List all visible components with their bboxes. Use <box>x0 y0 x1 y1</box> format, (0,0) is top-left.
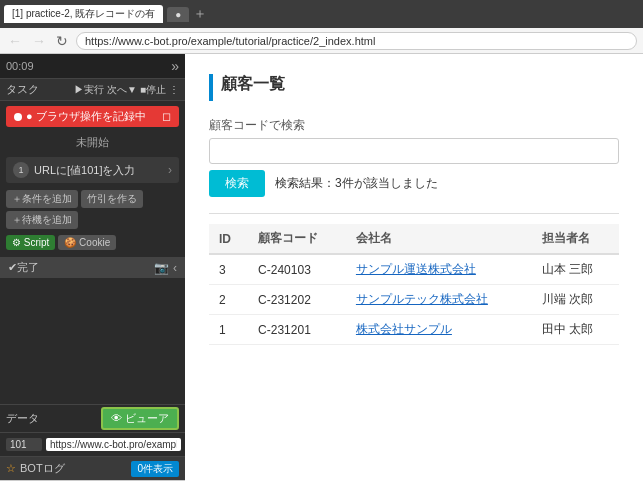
record-icon: ◻ <box>162 110 171 123</box>
bot-log-bar: ☆ BOTログ 0件表示 <box>0 456 185 480</box>
data-label: データ <box>6 411 39 426</box>
bot-icon: ☆ <box>6 462 16 475</box>
cell-id: 1 <box>209 315 248 345</box>
table-row: 2 C-231202 サンプルテック株式会社 川端 次郎 <box>209 285 619 315</box>
company-link[interactable]: 株式会社サンプル <box>356 322 452 336</box>
task-controls: ▶実行 次へ▼ ■停止 ⋮ <box>74 83 179 97</box>
collapse-button[interactable]: » <box>171 58 179 74</box>
table-row: 1 C-231201 株式会社サンプル 田中 太郎 <box>209 315 619 345</box>
next-button[interactable]: 次へ▼ <box>107 83 137 97</box>
table-row: 3 C-240103 サンプル運送株式会社 山本 三郎 <box>209 254 619 285</box>
timer-display: 00:09 <box>6 60 34 72</box>
search-input[interactable] <box>209 138 619 164</box>
customer-table: ID 顧客コード 会社名 担当者名 3 C-240103 サンプル運送株式会社 … <box>209 224 619 345</box>
col-id: ID <box>209 224 248 254</box>
col-company: 会社名 <box>346 224 532 254</box>
task-bar: タスク ▶実行 次へ▼ ■停止 ⋮ <box>0 79 185 101</box>
record-button[interactable]: ● ブラウザ操作を記録中 ◻ <box>6 106 179 127</box>
script-button[interactable]: ⚙ Script <box>6 235 55 250</box>
col-person: 担当者名 <box>532 224 619 254</box>
run-button[interactable]: ▶実行 <box>74 83 104 97</box>
cell-person: 川端 次郎 <box>532 285 619 315</box>
step-item[interactable]: 1 URLに[値101]を入力 › <box>6 157 179 183</box>
refresh-button[interactable]: ↻ <box>54 33 70 49</box>
cell-code: C-231201 <box>248 315 346 345</box>
browser-bar: ← → ↻ <box>0 28 643 54</box>
add-condition-button[interactable]: ＋条件を追加 <box>6 190 78 208</box>
back-button[interactable]: ← <box>6 33 24 49</box>
cell-id: 3 <box>209 254 248 285</box>
search-section: 顧客コードで検索 検索 検索結果：3件が該当しました <box>209 117 619 197</box>
right-panel: 顧客一覧 顧客コードで検索 検索 検索結果：3件が該当しました ID 顧客コード… <box>185 54 643 500</box>
search-row: 検索 検索結果：3件が該当しました <box>209 170 619 197</box>
make-branch-button[interactable]: 竹引を作る <box>81 190 143 208</box>
cell-company[interactable]: サンプルテック株式会社 <box>346 285 532 315</box>
search-result: 検索結果：3件が該当しました <box>275 175 438 192</box>
task-label: タスク <box>6 82 70 97</box>
step-number: 1 <box>13 162 29 178</box>
done-bar: ✔完了 📷 ‹ <box>0 257 185 278</box>
url-input[interactable] <box>76 32 637 50</box>
new-tab-icon[interactable]: ＋ <box>193 5 207 23</box>
left-top-bar: 00:09 » <box>0 54 185 79</box>
company-link[interactable]: サンプルテック株式会社 <box>356 292 488 306</box>
search-button[interactable]: 検索 <box>209 170 265 197</box>
not-started-label: 未開始 <box>0 132 185 153</box>
browser-tabs: [1] practice-2, 既存レコードの有 ● ＋ <box>4 5 639 23</box>
bot-log-label: BOTログ <box>20 461 65 476</box>
bot-log-bottom <box>0 480 185 500</box>
col-code: 顧客コード <box>248 224 346 254</box>
record-dot <box>14 113 22 121</box>
data-viewer-row: データ 👁 ビューア <box>0 404 185 432</box>
done-icons: 📷 ‹ <box>154 261 177 275</box>
stop-button[interactable]: ■停止 <box>140 83 166 97</box>
cell-person: 田中 太郎 <box>532 315 619 345</box>
bottom-url-bar: ◁ <box>0 432 185 456</box>
viewer-button[interactable]: 👁 ビューア <box>101 407 179 430</box>
page-title: 顧客一覧 <box>209 74 619 101</box>
cell-id: 2 <box>209 285 248 315</box>
cookie-button[interactable]: 🍪 Cookie <box>58 235 116 250</box>
table-body: 3 C-240103 サンプル運送株式会社 山本 三郎 2 C-231202 サ… <box>209 254 619 345</box>
table-header-row: ID 顧客コード 会社名 担当者名 <box>209 224 619 254</box>
run-count-button[interactable]: 0件表示 <box>131 461 179 477</box>
camera-icon[interactable]: 📷 <box>154 261 169 275</box>
cell-company[interactable]: サンプル運送株式会社 <box>346 254 532 285</box>
add-wait-button[interactable]: ＋待機を追加 <box>6 211 78 229</box>
tab-active[interactable]: [1] practice-2, 既存レコードの有 <box>4 5 163 23</box>
company-link[interactable]: サンプル運送株式会社 <box>356 262 476 276</box>
cell-code: C-240103 <box>248 254 346 285</box>
done-expand-icon[interactable]: ‹ <box>173 261 177 275</box>
top-bar: [1] practice-2, 既存レコードの有 ● ＋ <box>0 0 643 28</box>
step-value-input[interactable] <box>6 438 42 451</box>
bottom-url-input[interactable] <box>46 438 181 451</box>
step-expand-icon[interactable]: › <box>168 163 172 177</box>
divider <box>209 213 619 214</box>
left-bottom-spacer <box>0 278 185 404</box>
tab-secondary[interactable]: ● <box>167 7 189 22</box>
done-text: ✔完了 <box>8 260 39 275</box>
cell-person: 山本 三郎 <box>532 254 619 285</box>
cell-company[interactable]: 株式会社サンプル <box>346 315 532 345</box>
menu-icon[interactable]: ⋮ <box>169 84 179 95</box>
table-header: ID 顧客コード 会社名 担当者名 <box>209 224 619 254</box>
main-layout: 00:09 » タスク ▶実行 次へ▼ ■停止 ⋮ ● ブラウザ操作を記録中 ◻… <box>0 54 643 500</box>
cell-code: C-231202 <box>248 285 346 315</box>
search-label: 顧客コードで検索 <box>209 117 619 134</box>
left-panel: 00:09 » タスク ▶実行 次へ▼ ■停止 ⋮ ● ブラウザ操作を記録中 ◻… <box>0 54 185 500</box>
action-buttons: ＋条件を追加 竹引を作る ＋待機を追加 <box>6 190 179 229</box>
forward-button[interactable]: → <box>30 33 48 49</box>
script-cookie-buttons: ⚙ Script 🍪 Cookie <box>6 235 179 250</box>
step-text: URLに[値101]を入力 <box>34 163 163 178</box>
